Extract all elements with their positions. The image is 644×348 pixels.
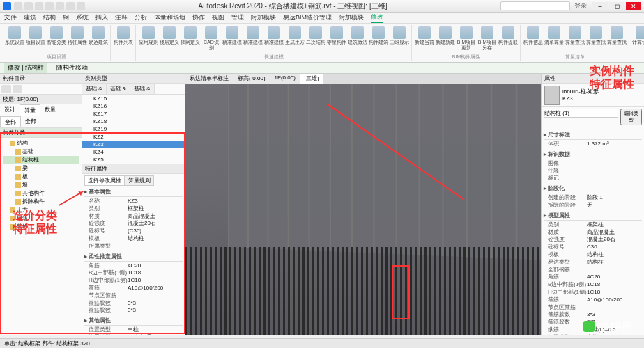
list-tab[interactable]: 基础 &	[130, 84, 155, 94]
prop-row[interactable]: 类别框架柱	[544, 221, 642, 229]
ribbon-button[interactable]: 二次结构	[306, 25, 325, 45]
tree-node[interactable]: 基础	[3, 148, 79, 156]
prop-row[interactable]: 砼强度混凝土20石	[84, 220, 183, 228]
ribbon-button[interactable]: 生成土方	[285, 25, 305, 45]
prop-section[interactable]: ▸ 标识数据	[544, 150, 642, 159]
tree-node[interactable]: 结构柱	[3, 156, 79, 164]
ribbon-button[interactable]: 精准建模	[264, 25, 284, 45]
qat-icon[interactable]	[24, 2, 33, 10]
prop-section[interactable]: ▸ 模型属性	[544, 211, 642, 221]
view-tab[interactable]: 1F(0.00)	[270, 74, 300, 84]
prop-row[interactable]: B边中部筋(1侧)1C18	[544, 281, 642, 289]
prop-row[interactable]: 砼强度混凝土20石	[544, 236, 642, 244]
prop-row[interactable]: 箍筋A10@100/200	[84, 285, 183, 292]
tree-node[interactable]: 板	[3, 173, 79, 181]
prop-row[interactable]: 箍筋胶数3*3	[544, 311, 642, 319]
prop-section[interactable]: ▸ 基本属性	[84, 187, 183, 197]
ribbon-button[interactable]: 构件信息	[523, 25, 543, 45]
left-tab[interactable]: 数量	[40, 104, 60, 116]
menu-item[interactable]: 结构	[43, 13, 56, 22]
prop-row[interactable]: 角筋4C20	[84, 262, 183, 270]
ribbon-button[interactable]: 三维显示	[390, 25, 409, 45]
prop-row[interactable]: B边中部筋(1侧)1C18	[84, 269, 183, 277]
prop-section[interactable]: ▸ 柔性推定属性	[84, 252, 183, 262]
prop-row[interactable]: 砼标号C30	[544, 244, 642, 251]
menu-item[interactable]: 附加模块	[339, 13, 364, 22]
list-item[interactable]: KZ2	[82, 133, 185, 141]
qat-icon[interactable]	[66, 2, 75, 10]
menu-item[interactable]: 插入	[95, 13, 108, 22]
ribbon-button[interactable]: 算量查找	[607, 25, 627, 45]
maximize-button[interactable]: ◻	[609, 2, 624, 10]
prop-row[interactable]: 材质商品混凝土	[544, 229, 642, 237]
list-tab[interactable]: 基础 &	[107, 84, 131, 94]
menu-item[interactable]: 协作	[192, 13, 205, 22]
ribbon-button[interactable]: 楼层定义	[160, 25, 179, 45]
ribbon-button[interactable]: 项目设置	[26, 25, 45, 45]
ribbon-button[interactable]: 构件列表	[114, 25, 133, 45]
menu-item[interactable]: 建筑	[24, 13, 36, 22]
ribbon-button[interactable]: 应用规则	[139, 25, 158, 45]
view-tab[interactable]: 易达清单半标注	[185, 74, 233, 84]
prop-row[interactable]: 箍筋胶数3*3	[84, 300, 183, 308]
list-item[interactable]: KZ17	[82, 110, 185, 118]
context-tab[interactable]: 修改 | 结构柱	[4, 63, 47, 73]
list-item[interactable]: KZ16	[82, 102, 185, 110]
prop-row[interactable]: H边中部筋(1侧)1C18	[544, 289, 642, 296]
menu-item[interactable]: 注释	[115, 13, 128, 22]
menu-item[interactable]: 附加模块	[251, 13, 276, 22]
ribbon-button[interactable]: 构件提取	[498, 25, 518, 45]
ribbon-button[interactable]: 精准建模	[222, 25, 242, 45]
close-button[interactable]: ✕	[626, 2, 641, 10]
ribbon-button[interactable]: 系统设置	[5, 25, 24, 45]
prop-section[interactable]: ▸ 其他属性	[84, 316, 183, 326]
ribbon-button[interactable]: 智能分类	[47, 25, 66, 45]
prop-tab[interactable]: 算量规则	[125, 175, 154, 186]
prop-row[interactable]: 标记	[544, 175, 642, 182]
prop-row[interactable]: 节点区箍筋	[544, 304, 642, 312]
minimize-button[interactable]: –	[592, 2, 608, 10]
prop-row[interactable]: 位置类型中柱	[84, 326, 183, 334]
list-tab[interactable]: 基础 &	[82, 84, 107, 94]
prop-row[interactable]: 名称KZ3	[84, 198, 183, 205]
ribbon-button[interactable]: CAD识别	[201, 25, 221, 50]
ribbon-button[interactable]: 新建新建	[436, 25, 455, 45]
type-list[interactable]: KZ15KZ16KZ17KZ18KZ19KZ2KZ3KZ4KZ5	[82, 95, 185, 164]
prop-row[interactable]: 材质商品混凝土	[84, 213, 183, 221]
prop-row[interactable]: 抗震类型(三级抗震)	[84, 334, 183, 335]
ribbon-button[interactable]: 精准建模	[243, 25, 263, 45]
tree-node[interactable]: 结构	[3, 139, 79, 148]
menu-item[interactable]: 系统	[76, 13, 89, 22]
prop-row[interactable]: 砼标号(C30)	[84, 228, 183, 235]
edit-type-button[interactable]: 编辑类型	[620, 109, 642, 125]
menu-item[interactable]: 文件	[4, 13, 17, 22]
tree-node[interactable]: 其他构件	[3, 189, 79, 198]
search-input[interactable]	[500, 1, 570, 10]
ribbon-button[interactable]: 算量查找	[586, 25, 606, 45]
prop-row[interactable]: 类别框架柱	[84, 205, 183, 213]
prop-section[interactable]: ▸ 阶段化	[544, 184, 642, 193]
prop-row[interactable]: 模板结构柱	[544, 251, 642, 259]
menu-item[interactable]: 管理	[231, 13, 244, 22]
tool-icon[interactable]	[13, 85, 22, 93]
ribbon-button[interactable]: 轴网定义	[181, 25, 200, 45]
menu-item[interactable]: 视图	[212, 13, 224, 22]
prop-row[interactable]: 创建的阶段阶段 1	[544, 194, 642, 202]
prop-row[interactable]: 所属类型	[84, 243, 183, 251]
user-login[interactable]: 登录	[574, 1, 587, 10]
list-item[interactable]: KZ15	[82, 95, 185, 102]
prop-row[interactable]: 箍筋胶数3*3	[84, 307, 183, 315]
ribbon-button[interactable]: 新建当前	[415, 25, 434, 45]
prop-row[interactable]: 注释	[544, 168, 642, 175]
ribbon-button[interactable]: BIM项目另存	[477, 25, 497, 50]
list-item[interactable]: KZ4	[82, 148, 185, 156]
type-dropdown[interactable]	[544, 109, 618, 118]
menu-item[interactable]: 易达BIM造价管理	[283, 13, 332, 22]
prop-row[interactable]: 节点区箍筋	[84, 292, 183, 300]
context-option[interactable]: 随构件移动	[53, 63, 91, 73]
left-tab[interactable]: 算量	[20, 104, 40, 116]
menu-item[interactable]: 修改	[371, 13, 383, 23]
ribbon-button[interactable]: BIM项目更新	[457, 25, 476, 50]
subtab[interactable]: 全部	[21, 116, 40, 127]
prop-row[interactable]: 图像	[544, 160, 642, 168]
